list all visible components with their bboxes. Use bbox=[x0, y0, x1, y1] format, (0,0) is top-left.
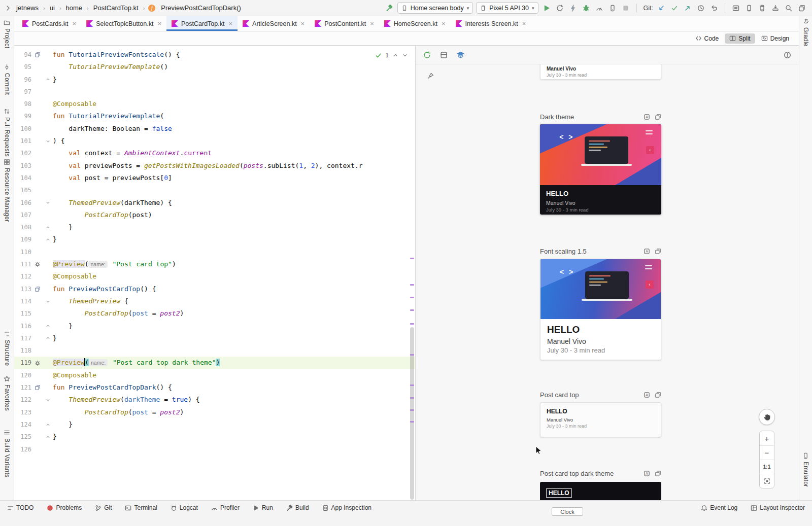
apply-changes-icon[interactable] bbox=[555, 3, 565, 13]
sidebar-item-commit[interactable]: Commit bbox=[0, 64, 14, 95]
interactive-icon[interactable]: A bbox=[644, 470, 650, 477]
preview-settings-icon[interactable] bbox=[31, 261, 44, 267]
pin-icon[interactable] bbox=[427, 73, 434, 80]
statusbar-todo[interactable]: TODO bbox=[7, 504, 33, 511]
view-options-icon[interactable] bbox=[438, 50, 449, 60]
zoom-1to1-button[interactable]: 1:1 bbox=[760, 460, 774, 474]
sidebar-item-favorites[interactable]: Favorites bbox=[0, 375, 14, 411]
fold-marker-icon[interactable] bbox=[44, 435, 52, 439]
zoom-in-button[interactable]: + bbox=[760, 431, 774, 445]
sidebar-item-resource-manager[interactable]: Resource Manager bbox=[0, 159, 14, 222]
device-manager-icon[interactable] bbox=[744, 3, 754, 13]
breadcrumb-item[interactable]: PostCardTop.kt bbox=[92, 4, 140, 12]
tab-postcards-kt[interactable]: PostCards.kt× bbox=[17, 16, 81, 31]
layout-inspector-icon[interactable] bbox=[731, 3, 741, 13]
mode-split[interactable]: Split bbox=[725, 33, 755, 44]
hammer-icon[interactable] bbox=[384, 3, 394, 13]
close-icon[interactable]: × bbox=[370, 20, 374, 27]
debug-icon[interactable] bbox=[581, 3, 591, 13]
issues-icon[interactable] bbox=[782, 50, 793, 60]
apply-code-changes-icon[interactable] bbox=[568, 3, 578, 13]
fold-marker-icon[interactable] bbox=[44, 139, 52, 144]
sidebar-item-project[interactable]: Project bbox=[0, 19, 14, 48]
deploy-preview-icon[interactable] bbox=[655, 248, 661, 255]
chevron-down-icon[interactable] bbox=[402, 52, 408, 58]
breadcrumb-item[interactable]: home bbox=[65, 4, 84, 12]
statusbar-problems[interactable]: Problems bbox=[47, 504, 82, 511]
statusbar-git[interactable]: Git bbox=[95, 504, 112, 511]
fold-marker-icon[interactable] bbox=[44, 299, 52, 304]
layers-icon[interactable] bbox=[455, 50, 466, 60]
fold-marker-icon[interactable] bbox=[44, 398, 52, 402]
fold-marker-icon[interactable] bbox=[44, 225, 52, 230]
sidebar-item-build-variants[interactable]: Build Variants bbox=[0, 429, 14, 477]
statusbar-terminal[interactable]: Terminal bbox=[125, 504, 157, 511]
statusbar-app-inspection[interactable]: App Inspection bbox=[322, 504, 371, 511]
zoom-out-button[interactable]: − bbox=[760, 445, 774, 460]
sidebar-item-structure[interactable]: Structure bbox=[0, 331, 14, 366]
tab-postcontent-kt[interactable]: PostContent.kt× bbox=[310, 16, 379, 31]
fold-marker-icon[interactable] bbox=[44, 200, 52, 205]
deploy-preview-gutter-icon[interactable] bbox=[31, 286, 44, 292]
run-config-select[interactable]: Home screen body▾ bbox=[397, 2, 473, 14]
sidebar-item-emulator[interactable]: Emulator bbox=[799, 452, 812, 487]
fold-marker-icon[interactable] bbox=[44, 423, 52, 427]
pan-button[interactable] bbox=[759, 409, 775, 425]
deploy-preview-gutter-icon[interactable] bbox=[31, 52, 44, 58]
fold-marker-icon[interactable] bbox=[44, 324, 52, 328]
tab-homescreen-kt[interactable]: HomeScreen.kt× bbox=[379, 16, 451, 31]
profiler-icon[interactable] bbox=[594, 3, 604, 13]
breadcrumb-item[interactable]: PreviewPostCardTopDark() bbox=[160, 4, 242, 12]
close-icon[interactable]: × bbox=[301, 20, 305, 27]
search-icon[interactable] bbox=[784, 3, 794, 13]
interactive-icon[interactable]: A bbox=[644, 248, 650, 255]
rollback-icon[interactable] bbox=[709, 3, 719, 13]
device-select[interactable]: Pixel 5 API 30▾ bbox=[476, 2, 538, 14]
update-project-icon[interactable] bbox=[656, 3, 666, 13]
statusbar-logcat[interactable]: Logcat bbox=[171, 504, 198, 511]
statusbar-run[interactable]: Run bbox=[253, 504, 273, 511]
mode-code[interactable]: Code bbox=[691, 33, 724, 44]
statusbar-build[interactable]: Build bbox=[286, 504, 309, 511]
interactive-icon[interactable]: A bbox=[644, 392, 650, 398]
stack-icon[interactable] bbox=[797, 3, 807, 13]
push-icon[interactable] bbox=[683, 3, 693, 13]
fold-marker-icon[interactable] bbox=[44, 237, 52, 242]
scrollbar-thumb[interactable] bbox=[410, 327, 414, 500]
preview-settings-icon[interactable] bbox=[31, 360, 44, 366]
history-icon[interactable] bbox=[696, 3, 706, 13]
statusbar-event-log[interactable]: Event Log bbox=[701, 504, 737, 511]
refresh-icon[interactable] bbox=[422, 50, 432, 60]
fold-marker-icon[interactable] bbox=[44, 77, 52, 82]
breadcrumb-item[interactable]: jetnews bbox=[15, 4, 40, 12]
stop-icon[interactable] bbox=[621, 3, 631, 13]
sidebar-item-gradle[interactable]: Gradle bbox=[799, 18, 812, 47]
fold-marker-icon[interactable] bbox=[44, 336, 52, 340]
attach-debugger-icon[interactable] bbox=[607, 3, 618, 13]
close-icon[interactable]: × bbox=[73, 20, 77, 27]
play-icon[interactable] bbox=[542, 3, 552, 13]
close-icon[interactable]: × bbox=[442, 20, 446, 27]
tab-postcardtop-kt[interactable]: PostCardTop.kt× bbox=[166, 16, 238, 31]
tab-articlescreen-kt[interactable]: ArticleScreen.kt× bbox=[238, 16, 310, 31]
sidebar-item-pull-requests[interactable]: Pull Requests bbox=[0, 108, 14, 157]
statusbar-layout-inspector[interactable]: Layout Inspector bbox=[751, 504, 805, 511]
interactive-icon[interactable]: A bbox=[644, 114, 650, 120]
tab-interests-screen-kt[interactable]: Interests Screen.kt× bbox=[451, 16, 531, 31]
editor-scrollbar[interactable] bbox=[409, 46, 415, 500]
close-icon[interactable]: × bbox=[228, 20, 232, 27]
deploy-preview-icon[interactable] bbox=[655, 470, 661, 477]
code-editor[interactable]: 94fun TutorialPreviewFontscale() {95 Tut… bbox=[14, 46, 415, 500]
preview-canvas[interactable]: Manuel VivoJuly 30 - 3 min readDark them… bbox=[416, 64, 799, 500]
emulator-icon[interactable] bbox=[757, 3, 767, 13]
deploy-preview-icon[interactable] bbox=[655, 392, 661, 398]
tab-selecttopicbutton-kt[interactable]: SelectTopicButton.kt× bbox=[81, 16, 166, 31]
zoom-fit-button[interactable] bbox=[760, 474, 774, 488]
statusbar-profiler[interactable]: Profiler bbox=[211, 504, 240, 511]
breadcrumb-item[interactable]: ui bbox=[49, 4, 56, 12]
deploy-preview-icon[interactable] bbox=[655, 114, 661, 120]
close-icon[interactable]: × bbox=[522, 20, 526, 27]
mode-design[interactable]: Design bbox=[757, 33, 794, 44]
close-icon[interactable]: × bbox=[157, 20, 161, 27]
deploy-preview-gutter-icon[interactable] bbox=[31, 384, 44, 391]
